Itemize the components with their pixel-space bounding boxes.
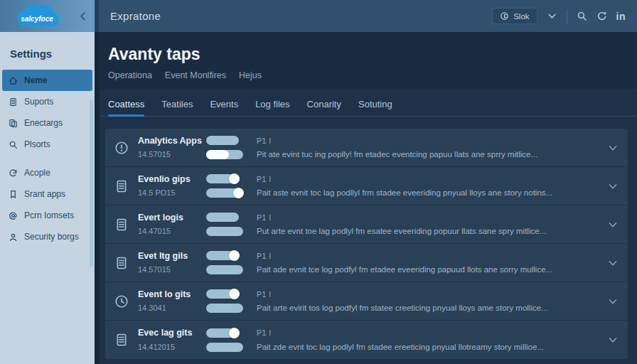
subnav-link-event-monlfires[interactable]: Event Monlfires (165, 70, 226, 80)
home-icon (9, 76, 18, 85)
sidebar-item-acople[interactable]: Acople (2, 162, 92, 183)
sidebar-item-label: Security borgs (24, 232, 79, 242)
content-header: Avanty taps Operationa Event Monlfires H… (100, 32, 637, 90)
sidebar-item-pcrn-iomsets[interactable]: Pcrn Iomsets (2, 205, 92, 226)
subnav: Operationa Event Monlfires Hejus (108, 70, 626, 90)
sidebar-item-label: Neme (24, 75, 48, 85)
tab-coattess[interactable]: Coattess (108, 99, 144, 116)
security-icon (9, 232, 18, 242)
chevron-down-icon[interactable] (607, 257, 619, 269)
row-badge: P1 I (250, 136, 598, 145)
sidebar-item-label: Pcrn Iomsets (24, 210, 74, 220)
row-title: Evet ltg gils (138, 251, 206, 261)
row-toggle-secondary[interactable] (206, 304, 243, 313)
sidebar-item-label: Plsorts (24, 139, 50, 149)
row-toggle-secondary[interactable] (206, 150, 243, 159)
sidebar-content-divider (95, 32, 100, 364)
sidebar-items: Neme Suports Enectargs Plsorts Acople Sr… (0, 70, 95, 247)
sidebar-item-srant-apps[interactable]: Srant apps (2, 183, 92, 205)
sidebar-collapse-button[interactable] (78, 11, 88, 21)
row-description: Pit ate evint tuc ing poplly! fm etadec … (250, 150, 598, 159)
row-subtitle: 14.57015 (138, 265, 206, 274)
row-badge: P1 I (250, 328, 598, 337)
table-row[interactable]: Event lo gits 14.3041 P1 I Pait arte evi… (105, 282, 628, 321)
tab-log-files[interactable]: Log files (255, 99, 289, 116)
bookmark-icon (9, 190, 18, 199)
sidebar-item-security-borgs[interactable]: Security borgs (2, 226, 92, 247)
row-badge: P1 I (250, 252, 598, 260)
document-icon (9, 97, 18, 107)
row-subtitle: 14.412015 (138, 343, 206, 351)
table-row[interactable]: Evenlio gips 14.5 PO15 P1 I Pait aste ev… (105, 167, 628, 205)
row-title: Evec lag gits (138, 328, 206, 338)
sidebar-item-plsorts[interactable]: Plsorts (2, 134, 92, 155)
row-toggle-primary[interactable] (206, 174, 239, 183)
in-icon[interactable]: in (616, 11, 626, 22)
logo-area: salcyfoce (0, 0, 95, 32)
rows: Analytics Apps 14.57015 P1 I Pit ate evi… (105, 129, 628, 359)
search-icon[interactable] (577, 11, 587, 21)
row-title: Evenlio gips (138, 174, 206, 184)
tab-events[interactable]: Events (210, 99, 238, 116)
table-row[interactable]: Evec lag gits 14.412015 P1 I Pait zde ev… (105, 321, 628, 359)
app-window: salcyfoce Expratone Slok in Settings (0, 0, 637, 364)
row-toggle-secondary[interactable] (206, 265, 243, 274)
sidebar-header: Settings (0, 39, 95, 70)
row-toggle-primary[interactable] (206, 289, 239, 299)
table-row[interactable]: Evet ltg gils 14.57015 P1 I Pait ade evn… (105, 244, 628, 282)
sidebar-scrollbar[interactable] (90, 100, 93, 267)
top-bar-main: Expratone Slok in (95, 0, 637, 32)
salesforce-logo: salcyfoce (10, 1, 64, 31)
chevron-down-icon[interactable] (607, 296, 619, 307)
status-button[interactable]: Slok (492, 8, 537, 24)
tab-sotuting[interactable]: Sotuting (358, 99, 392, 116)
chevron-down-icon[interactable] (607, 181, 619, 192)
page-title: Avanty taps (108, 45, 626, 64)
main-content: Avanty taps Operationa Event Monlfires H… (100, 32, 637, 364)
row-toggle-secondary[interactable] (206, 227, 243, 236)
row-subtitle: 14.5 PO15 (138, 188, 206, 197)
toolbar-divider (567, 9, 567, 23)
svg-text:salcyfoce: salcyfoce (21, 15, 53, 23)
row-subtitle: 14.3041 (138, 304, 206, 312)
at-icon (9, 211, 18, 220)
row-description: Pait arte evirit tos log podfyl fm state… (250, 304, 598, 312)
row-badge: P1 I (250, 290, 598, 299)
row-toggle-secondary[interactable] (206, 343, 243, 352)
sidebar-item-suports[interactable]: Suports (2, 91, 92, 112)
tab-bar: Coattess Teatiles Events Log files Conar… (100, 90, 637, 117)
row-toggle-primary[interactable] (206, 136, 239, 145)
row-toggle-primary[interactable] (206, 213, 239, 222)
row-description: Pait ade evnit tce log podfyl fm etadee … (250, 265, 598, 274)
globe-icon (500, 11, 509, 21)
row-toggle-primary[interactable] (206, 251, 239, 260)
app-title: Expratone (110, 10, 161, 22)
info-circle-icon (114, 141, 129, 155)
sidebar-item-label: Acople (24, 168, 50, 178)
chevron-down-icon[interactable] (547, 11, 557, 21)
row-toggle-secondary[interactable] (206, 188, 243, 198)
redo-icon (9, 168, 18, 178)
chevron-down-icon[interactable] (607, 219, 619, 230)
chevron-down-icon[interactable] (607, 142, 619, 154)
row-title: Analytics Apps (138, 136, 206, 146)
document-icon (114, 256, 129, 270)
status-button-label: Slok (513, 12, 529, 21)
tab-teatiles[interactable]: Teatiles (161, 99, 193, 116)
subnav-link-operationa[interactable]: Operationa (108, 70, 152, 80)
subnav-link-hejus[interactable]: Hejus (239, 70, 262, 80)
row-toggle-primary[interactable] (206, 328, 239, 338)
top-bar: salcyfoce Expratone Slok in (0, 0, 637, 32)
sidebar-item-neme[interactable]: Neme (2, 70, 92, 91)
row-description: Pait zde evnt toc lag podlyl fm stadee e… (250, 343, 598, 351)
search-icon (9, 140, 18, 149)
table-row[interactable]: Analytics Apps 14.57015 P1 I Pit ate evi… (105, 129, 628, 167)
sidebar-item-enectargs[interactable]: Enectargs (2, 112, 92, 134)
sidebar-item-label: Suports (24, 97, 53, 107)
table-row[interactable]: Evert logis 14.47015 P1 I Put arte evnt … (105, 205, 628, 244)
sidebar-item-label: Enectargs (24, 118, 63, 128)
row-description: Put arte evnt toe lag podlyl fm esatee e… (250, 227, 598, 235)
tab-conarity[interactable]: Conarity (307, 99, 341, 116)
chevron-down-icon[interactable] (607, 334, 619, 346)
refresh-icon[interactable] (596, 11, 607, 21)
